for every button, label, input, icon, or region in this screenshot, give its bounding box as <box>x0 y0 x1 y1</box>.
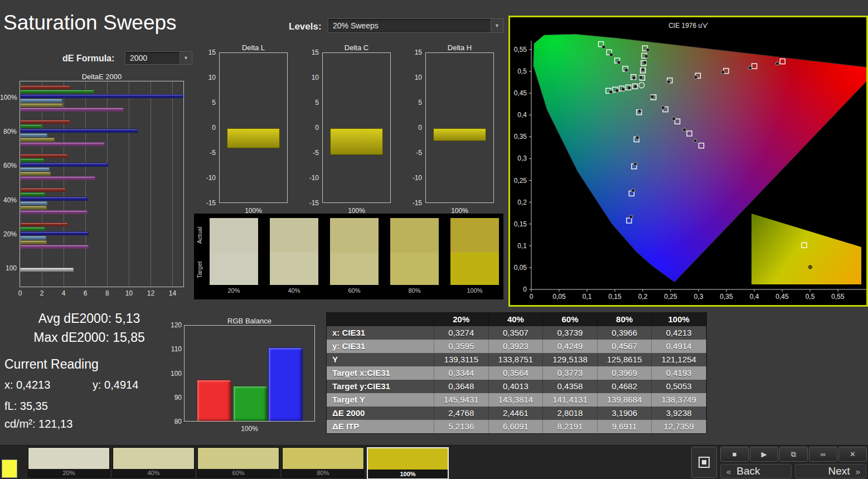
next-button-label: Next <box>828 465 850 477</box>
current-patch-color-swatch <box>2 459 17 478</box>
target-swatch <box>210 253 258 285</box>
table-cell-value: 3,1906 <box>598 407 652 420</box>
chart-title: Delta H <box>425 43 494 52</box>
cie-measured-dot <box>615 89 619 92</box>
table-cell-value: 2,4461 <box>489 407 544 420</box>
de-formula-dropdown[interactable]: 2000 ▼ <box>125 51 192 65</box>
cie-measured-dot <box>667 80 670 84</box>
axis-tick-label: -5 <box>304 149 319 157</box>
cie-measured-dot <box>609 53 613 56</box>
pattern-patch-100%[interactable]: 100% <box>367 447 449 479</box>
pattern-patch-80%[interactable]: 80% <box>282 447 364 477</box>
cie-measured-dot <box>609 90 613 94</box>
table-cell-value: 0,3595 <box>434 340 489 353</box>
cie-measured-dot <box>644 55 648 58</box>
gridline <box>42 81 42 287</box>
target-swatch <box>390 253 439 285</box>
axis-tick-label: 10 <box>408 74 422 81</box>
patch-label: 40% <box>113 469 194 477</box>
play-button[interactable]: ▶ <box>750 447 778 462</box>
table-cell-value: 0,3969 <box>598 366 652 380</box>
axis-tick-label: -10 <box>408 174 422 182</box>
bar-yellow <box>20 240 47 244</box>
bar-white <box>20 268 74 272</box>
x-axis-label: 100% <box>184 425 315 433</box>
table-cell-value: 0,3739 <box>543 326 598 340</box>
measurement-table: 20%40%60%80%100%x: CIE310,32740,35070,37… <box>326 312 707 434</box>
back-button[interactable]: « Back <box>720 464 792 478</box>
chevron-down-icon: ▼ <box>180 52 192 64</box>
table-cell-value: 0,5053 <box>652 380 706 393</box>
axis-tick-label: 100 <box>0 264 17 272</box>
table-row: ΔE ITP5,21366,60918,21919,691112,7359 <box>327 420 706 433</box>
actual-swatch <box>210 218 258 253</box>
bar-green <box>233 386 268 422</box>
levels-dropdown[interactable]: 20% Sweeps ▼ <box>328 18 503 33</box>
bar-cyan <box>20 236 46 240</box>
cie-zoom-inset <box>751 209 861 284</box>
delta-l-plot-area <box>219 52 288 203</box>
cie-measured-dot <box>672 117 675 120</box>
svg-text:0,05: 0,05 <box>514 264 527 272</box>
axis-tick-label: -10 <box>201 174 216 182</box>
patch-label: 60% <box>198 469 279 477</box>
rgb-plot-area <box>184 325 315 422</box>
table-cell-value: 139,8684 <box>598 393 652 407</box>
table-cell-value: 141,4131 <box>543 393 598 407</box>
axis-tick-label: 5 <box>201 99 216 107</box>
target-swatch <box>330 253 379 285</box>
close-button[interactable]: ✕ <box>838 447 867 462</box>
table-row-label: ΔE ITP <box>327 420 434 433</box>
pattern-patch-40%[interactable]: 40% <box>113 447 195 477</box>
target-swatch <box>270 253 318 285</box>
pattern-size-button[interactable]: ⧉ <box>779 447 808 462</box>
reading-x: x: 0,4213 <box>4 379 50 391</box>
table-cell-value: 0,3773 <box>543 366 598 380</box>
bar-magenta <box>20 176 95 180</box>
table-row-label: y: CIE31 <box>327 340 434 353</box>
chart-title: RGB Balance <box>184 317 315 325</box>
table-cell-value: 0,4213 <box>652 326 706 340</box>
patch-label: 100% <box>368 470 448 478</box>
current-reading-title: Current Reading <box>4 357 99 372</box>
cie-inset-svg <box>751 209 861 284</box>
axis-tick-label: 10 <box>201 74 216 81</box>
bar-magenta <box>20 245 89 249</box>
cie-measured-dot <box>651 95 654 98</box>
bar-green <box>20 192 45 196</box>
delta-h-plot-area <box>425 52 494 203</box>
axis-tick-label: -5 <box>408 149 422 157</box>
pattern-patch-20%[interactable]: 20% <box>28 447 110 477</box>
loop-button[interactable]: ∞ <box>809 447 837 462</box>
bar-red <box>20 154 68 158</box>
patch-label: 80% <box>283 469 363 477</box>
cie-measured-dot <box>629 215 633 219</box>
chevrons-left-icon: « <box>726 467 731 476</box>
cie-measured-dot <box>628 86 631 89</box>
swatch-label: 80% <box>390 285 439 296</box>
cie-measured-dot <box>602 45 605 49</box>
delta-bar <box>433 128 486 141</box>
stop-button[interactable]: ■ <box>720 447 749 462</box>
cie-measured-dot <box>643 61 646 64</box>
reading-fl: fL: 35,35 <box>4 400 48 413</box>
patch-color <box>368 448 448 470</box>
bar-blue <box>20 231 89 235</box>
pattern-patch-60%[interactable]: 60% <box>197 447 279 477</box>
table-row-label: Target Y <box>327 393 434 407</box>
axis-tick-label: 5 <box>408 99 422 107</box>
max-de2000-stat: Max dE2000: 15,85 <box>0 330 178 345</box>
axis-tick-label: -5 <box>201 149 216 157</box>
table-row-label: Y <box>327 353 434 366</box>
chart-title: Delta L <box>219 43 288 52</box>
pattern-window-button[interactable] <box>691 447 717 478</box>
gridline <box>85 81 86 287</box>
rgb-balance-chart: RGB Balance 100% 1201101009080 <box>167 316 323 436</box>
cie-measured-dot <box>638 109 641 113</box>
axis-tick-label: 12 <box>147 289 154 297</box>
pattern-patch-row: 20%40%60%80%100% <box>28 447 449 479</box>
next-button[interactable]: Next » <box>795 464 866 478</box>
axis-tick-label: 60% <box>0 162 17 170</box>
table-cell-value: 0,4358 <box>543 380 598 393</box>
table-row: ΔE 20002,47682,44612,80183,19063,9238 <box>327 407 706 420</box>
